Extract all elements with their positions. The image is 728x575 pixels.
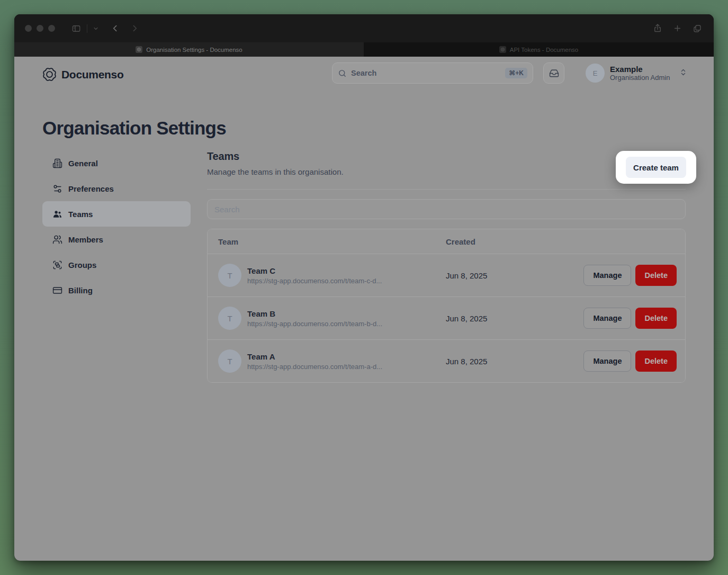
group-brackets-icon [52,260,62,270]
table-row: T Team B https://stg-app.documenso.com/t… [208,297,685,339]
column-header-created: Created [446,237,677,246]
global-search-button[interactable]: Search ⌘+K [332,62,533,84]
documenso-favicon [499,46,506,53]
building-icon [52,158,62,168]
team-cell: T Team B https://stg-app.documenso.com/t… [218,307,446,330]
search-shortcut-badge: ⌘+K [505,68,527,78]
team-name: Team A [247,352,382,362]
sidebar-item-label: Groups [68,260,96,269]
search-icon [338,69,347,78]
sidebar-item-teams[interactable]: Teams [42,201,191,227]
team-avatar: T [218,264,241,287]
row-actions: Manage Delete [583,265,677,286]
share-icon[interactable] [653,23,662,33]
toolbar-divider [87,24,87,33]
close-button[interactable] [25,25,32,32]
tab-bar: Organisation Settings - Documenso API To… [14,42,714,57]
team-url: https://stg-app.documenso.com/t/team-b-d… [247,319,382,328]
inbox-button[interactable] [543,62,564,84]
section-description: Manage the teams in this organisation. [207,167,686,176]
settings-sidebar: General Preferences Teams Members [42,150,191,383]
documenso-favicon [136,46,142,53]
credit-card-icon [52,285,62,295]
documenso-rosette-icon [42,67,57,82]
brand-name: Documenso [61,68,124,81]
sidebar-item-label: Preferences [68,184,114,193]
sidebar-item-members[interactable]: Members [42,227,191,252]
team-url: https://stg-app.documenso.com/t/team-a-d… [247,362,382,371]
teams-table: Team Created T Team C https://stg-app.do… [207,229,686,383]
team-avatar: T [218,307,241,330]
teams-section: Teams Manage the teams in this organisat… [207,150,686,383]
browser-window: Organisation Settings - Documenso API To… [14,14,714,561]
inbox-icon [549,68,559,78]
sliders-icon [52,184,62,194]
manage-button[interactable]: Manage [583,308,631,329]
table-row: T Team C https://stg-app.documenso.com/t… [208,254,685,297]
users-icon [52,235,62,245]
users-filled-icon [52,209,62,219]
team-filter-input[interactable] [207,199,686,219]
table-header-row: Team Created [208,229,685,254]
manage-button[interactable]: Manage [583,265,631,286]
documenso-logo[interactable]: Documenso [42,67,124,82]
sidebar-toggle-icon[interactable] [71,24,82,33]
tab-api-tokens[interactable]: API Tokens - Documenso [364,42,714,57]
sidebar-item-groups[interactable]: Groups [42,252,191,277]
global-search-placeholder: Search [351,69,376,77]
sidebar-item-billing[interactable]: Billing [42,277,191,303]
page-title: Organisation Settings [42,118,714,139]
sidebar-item-preferences[interactable]: Preferences [42,176,191,201]
tab-label: Organisation Settings - Documenso [146,47,242,53]
sidebar-item-general[interactable]: General [42,150,191,176]
user-avatar: E [586,64,605,83]
back-button[interactable] [111,24,120,33]
team-url: https://stg-app.documenso.com/t/team-c-d… [247,276,382,285]
section-title: Teams [207,150,686,163]
team-created-date: Jun 8, 2025 [446,271,583,280]
team-cell: T Team C https://stg-app.documenso.com/t… [218,264,446,287]
team-name: Team B [247,309,382,319]
delete-button[interactable]: Delete [635,265,677,286]
tab-overview-icon[interactable] [693,24,702,33]
new-tab-icon[interactable] [673,24,682,33]
tab-organisation-settings[interactable]: Organisation Settings - Documenso [14,42,364,57]
forward-button[interactable] [130,24,139,33]
team-created-date: Jun 8, 2025 [446,314,583,323]
traffic-lights [25,25,55,32]
user-menu[interactable]: E Example Organisation Admin [586,64,687,83]
chevron-down-icon[interactable] [93,25,99,32]
manage-button[interactable]: Manage [583,351,631,372]
sidebar-item-label: Teams [68,210,93,219]
column-header-team: Team [218,237,446,246]
delete-button[interactable]: Delete [635,308,677,329]
sidebar-item-label: Billing [68,286,93,295]
row-actions: Manage Delete [583,351,677,372]
team-avatar: T [218,349,241,373]
user-role: Organisation Admin [610,74,670,82]
settings-layout: General Preferences Teams Members [42,150,714,383]
row-actions: Manage Delete [583,308,677,329]
team-name: Team C [247,266,382,276]
zoom-button[interactable] [48,25,55,32]
tab-label: API Tokens - Documenso [510,47,579,53]
section-divider [207,189,686,190]
app-header: Documenso Search ⌘+K E Example Organisat… [14,57,714,91]
browser-toolbar [14,14,714,42]
create-team-button[interactable]: Create team [626,157,686,178]
team-cell: T Team A https://stg-app.documenso.com/t… [218,349,446,373]
create-team-spotlight: Create team [616,151,696,184]
user-name: Example [610,65,670,74]
minimize-button[interactable] [37,25,43,32]
page-content: Documenso Search ⌘+K E Example Organisat… [14,57,714,561]
sidebar-item-label: General [68,159,98,168]
table-row: T Team A https://stg-app.documenso.com/t… [208,339,685,382]
sidebar-item-label: Members [68,235,103,244]
delete-button[interactable]: Delete [635,351,677,372]
chevrons-up-down-icon [679,68,687,78]
team-created-date: Jun 8, 2025 [446,357,583,366]
